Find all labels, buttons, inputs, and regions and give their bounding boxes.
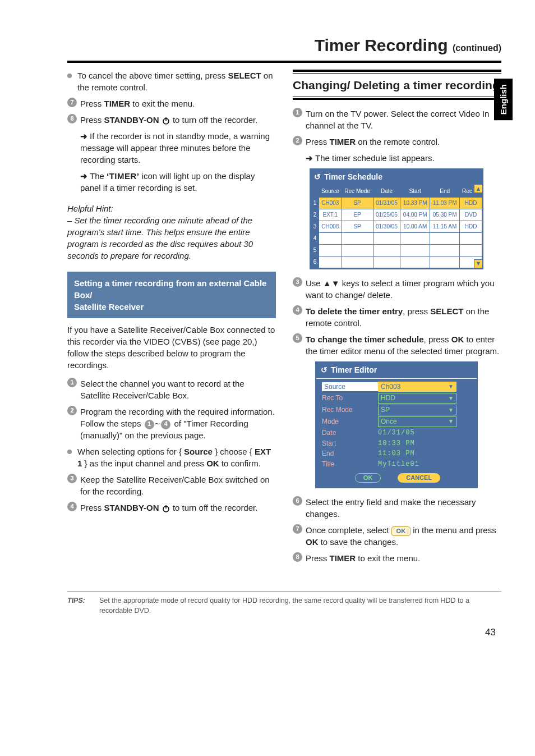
rstep-4-badge: 4	[293, 305, 302, 315]
rstep-5-badge: 5	[293, 333, 302, 343]
title-text: Timer Schedule	[324, 172, 382, 183]
editor-value: HDD	[381, 393, 395, 403]
timer-editor-title: ↺Timer Editor	[316, 363, 477, 379]
cell-end: 05.30 PM	[430, 209, 460, 221]
scroll-down-icon[interactable]: ▼	[474, 259, 483, 268]
editor-row[interactable]: SourceCh003▼	[322, 381, 473, 393]
cell-src	[319, 232, 342, 244]
cell-start	[400, 256, 430, 268]
cell-idx: 3	[311, 221, 319, 232]
subsection-heading: Setting a timer recording from an extern…	[67, 272, 276, 318]
table-row[interactable]: 2EXT.1EP01/25/0504.00 PM05.30 PMDVD	[311, 209, 482, 221]
rstep-1-badge: 1	[293, 108, 302, 117]
rstep-8: Press TIMER to exit the menu.	[306, 552, 501, 564]
bullet-icon	[67, 74, 72, 78]
standby-label: STANDBY-ON	[104, 503, 159, 512]
ok-button[interactable]: OK	[355, 473, 381, 483]
editor-buttons: OKCANCEL	[322, 473, 473, 483]
table-row[interactable]: 3CH008SP01/30/0510.00 AM11.15 AMHDD	[311, 221, 482, 232]
chevron-down-icon: ▼	[448, 418, 454, 425]
editor-row[interactable]: Date01/31/05	[322, 428, 473, 438]
editor-row[interactable]: Rec ToHDD▼	[322, 392, 473, 404]
cancel-instruction: To cancel the above timer setting, press…	[77, 70, 276, 93]
chevron-down-icon: ▼	[448, 383, 454, 391]
editor-value: 10:33 PM	[378, 439, 473, 448]
cell-idx: 1	[311, 197, 319, 209]
cell-to: HDD	[460, 197, 482, 209]
tips-label: TIPS:	[67, 596, 99, 616]
cell-to: HDD	[460, 221, 482, 232]
editor-value: MyTitle01	[378, 460, 473, 469]
table-row[interactable]: 4	[311, 232, 482, 244]
cell-src	[319, 244, 342, 256]
cell-src: CH008	[319, 221, 342, 232]
rstep-8-badge: 8	[293, 552, 302, 562]
sub-note-1: ➜If the recorder is not in standby mode,…	[80, 130, 276, 166]
text: Press	[80, 99, 104, 108]
editor-row[interactable]: ModeOnce▼	[322, 416, 473, 428]
continued-text: (continued)	[453, 43, 501, 53]
cell-mode	[342, 244, 373, 256]
timer-schedule-panel: ↺Timer Schedule ▲ ▼ Source Rec Mode Date…	[310, 168, 483, 269]
bullet-icon	[67, 450, 72, 454]
rstep-3-badge: 3	[293, 277, 302, 287]
th-source: Source	[319, 185, 342, 197]
table-header-row: Source Rec Mode Date Start End Rec To	[311, 185, 482, 197]
editor-label: End	[322, 449, 378, 459]
rstep-1: Turn on the TV power. Select the correct…	[306, 108, 501, 131]
editor-row[interactable]: Start10:33 PM	[322, 438, 473, 449]
ok-label: OK	[306, 537, 319, 547]
rstep-3: Use ▲▼ keys to select a timer program wh…	[306, 277, 501, 301]
tilde: ~	[155, 419, 160, 428]
cell-start: 10.33 PM	[400, 197, 430, 209]
table-row[interactable]: 1CH003SP01/31/0510.33 PM11.03 PMHDD	[311, 197, 482, 209]
change-schedule-label: To change the timer schedule	[306, 335, 424, 344]
select-label: SELECT	[430, 306, 463, 316]
editor-value-box[interactable]: HDD▼	[378, 393, 456, 404]
text: , press	[403, 306, 430, 316]
table-row[interactable]: 6	[311, 256, 482, 268]
cell-start: 10.00 AM	[400, 221, 430, 232]
step-8-badge: 8	[67, 114, 77, 123]
language-tab: English	[494, 79, 513, 120]
editor-row[interactable]: Rec ModeSP▼	[322, 404, 473, 416]
title-text: Timer Recording	[315, 36, 448, 54]
rstep-6: Select the entry field and make the nece…	[306, 496, 501, 520]
timer-label: TIMER	[330, 137, 356, 146]
cell-end: 11.15 AM	[430, 221, 460, 232]
editor-value: 01/31/05	[378, 428, 473, 438]
editor-label: Title	[322, 460, 378, 469]
text: to exit the menu.	[130, 99, 195, 108]
editor-value: Ch003	[381, 382, 400, 392]
timer-editor-panel: ↺Timer Editor SourceCh003▼Rec ToHDD▼Rec …	[315, 361, 478, 488]
step-8-text: Press STANDBY-ON to turn off the recorde…	[80, 114, 276, 126]
text: to confirm.	[219, 459, 261, 468]
text: Press	[80, 115, 104, 125]
editor-value-box[interactable]: Ch003▼	[378, 382, 456, 392]
text: Press	[306, 137, 330, 146]
table-row[interactable]: 5	[311, 244, 482, 256]
timer-label: TIMER	[330, 553, 356, 563]
text: } as the input channel and press	[82, 459, 206, 468]
standby-label: STANDBY-ON	[104, 115, 159, 125]
editor-row[interactable]: End11:03 PM	[322, 448, 473, 459]
text: Press	[306, 553, 330, 563]
cancel-button[interactable]: CANCEL	[398, 473, 440, 483]
th-blank	[311, 185, 319, 197]
editor-row[interactable]: TitleMyTitle01	[322, 459, 473, 470]
editor-label: Mode	[322, 417, 378, 427]
editor-value-box[interactable]: Once▼	[378, 416, 456, 427]
scroll-up-icon[interactable]: ▲	[474, 184, 483, 193]
cell-to: DVD	[460, 209, 482, 221]
cell-start	[400, 232, 430, 244]
editor-label: Rec To	[322, 393, 378, 403]
inline-1-badge: 1	[145, 420, 154, 429]
chevron-down-icon: ▼	[448, 406, 454, 414]
cell-src: EXT.1	[319, 209, 342, 221]
intro-paragraph: If you have a Satellite Receiver/Cable B…	[67, 324, 276, 371]
arrow-icon: ➜	[306, 153, 313, 163]
cell-idx: 5	[311, 244, 319, 256]
text: } choose {	[213, 447, 255, 456]
editor-value-box[interactable]: SP▼	[378, 405, 456, 415]
delete-entry-label: To delete the timer entry	[306, 306, 403, 316]
